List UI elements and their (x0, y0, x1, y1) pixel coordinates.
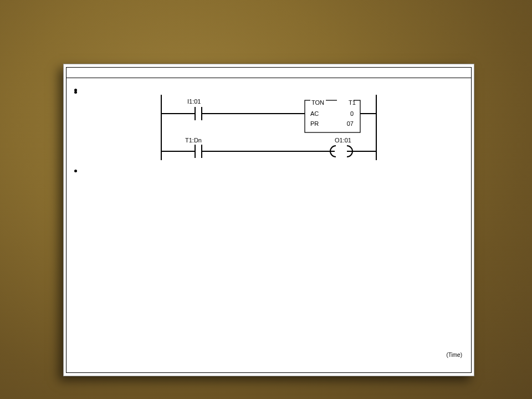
contact2-label: T1:Dn (185, 137, 202, 144)
card-heading-bar (66, 68, 471, 78)
contact1-label: I1:01 (187, 98, 201, 105)
content-card: I1:01 TON T1 AC 0 PR 07 (63, 64, 474, 376)
timing-svg: (Time) (79, 262, 467, 366)
block-ac-r: 0 (350, 110, 354, 117)
ladder-svg: I1:01 TON T1 AC 0 PR 07 (161, 87, 377, 162)
block-pr-r: 07 (347, 120, 354, 127)
timing-diagram: (Time) (73, 262, 464, 367)
block-title: TON (311, 99, 324, 106)
axis-label: (Time) (446, 352, 462, 358)
block-tag: T1 (349, 99, 356, 106)
block-pr-l: PR (310, 120, 319, 127)
block-ac-l: AC (310, 110, 319, 117)
coil-label: O1:01 (335, 137, 351, 144)
ladder-diagram: I1:01 TON T1 AC 0 PR 07 (161, 87, 377, 162)
